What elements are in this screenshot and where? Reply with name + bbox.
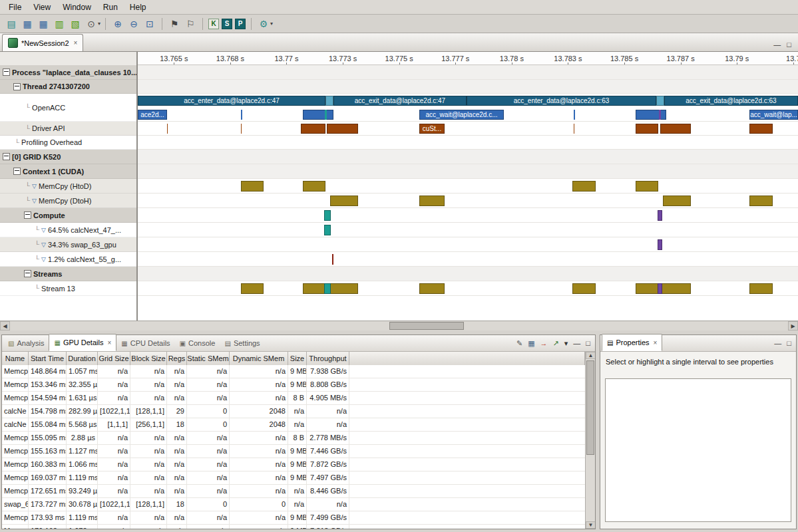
timeline-row-kernel-swap-63[interactable]: [138, 237, 798, 252]
timeline-bar[interactable]: [658, 239, 662, 250]
column-header-start-time[interactable]: Start Time: [29, 352, 67, 365]
timeline-bar[interactable]: [325, 96, 333, 106]
timeline-bar[interactable]: [303, 110, 333, 120]
timeline-bar[interactable]: [324, 225, 331, 235]
timeline-row-openacc[interactable]: acc_enter_data@laplace2d.c:47acc_exit_da…: [138, 94, 798, 122]
timeline-bar[interactable]: acc_exit_data@laplace2d.c:47: [333, 96, 467, 106]
timeline-bar[interactable]: [663, 196, 691, 206]
prev-marker-icon[interactable]: ⚐: [183, 17, 198, 31]
table-row[interactable]: Memcp160.383 ms1.066 msn/an/an/an/an/a9 …: [2, 458, 585, 471]
save-session-icon[interactable]: ▦: [20, 17, 35, 31]
minimize-icon[interactable]: —: [774, 339, 781, 347]
timeline-row-memcpy-dtoh[interactable]: [138, 194, 798, 208]
report-icon[interactable]: ▥: [52, 17, 67, 31]
timeline-row-driver-api[interactable]: cuSt...: [138, 122, 798, 136]
timeline-bar[interactable]: [241, 124, 242, 134]
collapse-icon[interactable]: [13, 168, 21, 175]
collapse-icon[interactable]: [3, 153, 10, 160]
table-row[interactable]: Memcp153.346 ms32.355 µsn/an/an/an/an/a9…: [2, 378, 585, 392]
timeline-bar[interactable]: [749, 196, 773, 206]
tab-analysis[interactable]: ▧Analysis: [3, 335, 49, 351]
column-header-duration[interactable]: Duration: [67, 352, 98, 365]
columns-icon[interactable]: ▦: [528, 339, 534, 348]
dropdown-icon[interactable]: ▾: [98, 21, 100, 27]
scroll-down-icon[interactable]: ▼: [586, 521, 595, 529]
table-vscrollbar[interactable]: ▲ ▼: [585, 352, 595, 529]
column-header-dynamic-smem[interactable]: Dynamic SMem: [230, 352, 288, 365]
tab-console[interactable]: ▣Console: [175, 335, 220, 351]
new-session-icon[interactable]: ▤: [4, 17, 19, 31]
timeline-bar[interactable]: [167, 124, 168, 134]
hscroll-thumb[interactable]: [389, 322, 464, 330]
annotate-icon[interactable]: ✎: [516, 339, 522, 348]
timeline-bar[interactable]: acc_exit_data@laplace2d.c:63: [664, 96, 798, 106]
column-header-block-size[interactable]: Block Size: [130, 352, 167, 365]
timeline-bar[interactable]: [659, 110, 661, 120]
compare-icon[interactable]: ▧: [68, 17, 83, 31]
timeline-bar[interactable]: [241, 110, 242, 120]
timeline-bar[interactable]: [636, 124, 658, 134]
timeline-bar[interactable]: acc_wait@laplace2d.c...: [419, 110, 504, 120]
dropdown-icon[interactable]: ▾: [270, 21, 273, 27]
scroll-right-icon[interactable]: ▶: [788, 321, 798, 331]
export-icon[interactable]: ↗: [553, 339, 559, 348]
minimize-icon[interactable]: —: [573, 339, 580, 347]
scroll-up-icon[interactable]: ▲: [586, 352, 595, 359]
timeline-bar[interactable]: [324, 210, 331, 221]
column-header-throughput[interactable]: Throughput: [307, 352, 349, 365]
timeline-bar[interactable]: acc_enter_data@laplace2d.c:63: [467, 96, 656, 106]
timeline-bar[interactable]: [658, 283, 662, 294]
timeline-bar[interactable]: ace2d...: [138, 110, 167, 120]
save-all-icon[interactable]: ▦: [36, 17, 51, 31]
zoom-in-icon[interactable]: ⊕: [110, 17, 125, 31]
tree-row-kernel-swap-63[interactable]: └▽34.3% swap_63_gpu: [0, 237, 136, 252]
tab-cpu-details[interactable]: ▦CPU Details: [116, 335, 174, 351]
timeline-bar[interactable]: [241, 283, 264, 294]
table-row[interactable]: calcNe154.798 ms282.99 µs[1022,1,1][128,…: [2, 405, 585, 418]
tree-row-stream-13[interactable]: └Stream 13: [0, 281, 136, 296]
timeline-row-memcpy-htod[interactable]: [138, 179, 798, 194]
table-row[interactable]: calcNe155.084 ms5.568 µs[1,1,1][256,1,1]…: [2, 418, 585, 432]
close-icon[interactable]: ×: [74, 39, 78, 47]
timeline-bar[interactable]: [241, 181, 264, 192]
menu-item-file[interactable]: File: [3, 1, 27, 13]
analysis-icon[interactable]: ⚙: [256, 17, 271, 31]
column-header-grid-size[interactable]: Grid Size: [98, 352, 130, 365]
menu-item-help[interactable]: Help: [124, 1, 152, 13]
timeline-bar[interactable]: acc_wait@lap...: [749, 110, 798, 120]
timeline-row-profiling-overhead[interactable]: [138, 136, 798, 150]
vscroll-track[interactable]: [586, 359, 595, 521]
menu-item-window[interactable]: Window: [57, 1, 97, 13]
search-icon[interactable]: ⊙: [84, 17, 99, 31]
menu-item-view[interactable]: View: [27, 1, 57, 13]
tab-properties[interactable]: ▤ Properties ×: [602, 334, 662, 351]
tab-gpu-details[interactable]: ▦GPU Details×: [49, 334, 116, 351]
tree-row-openacc[interactable]: └OpenACC: [0, 94, 136, 122]
sync-arrow-icon[interactable]: →: [540, 339, 548, 347]
timeline-bar[interactable]: [325, 110, 327, 120]
timeline-bar[interactable]: acc_enter_data@laplace2d.c:47: [138, 96, 325, 106]
zoom-out-icon[interactable]: ⊖: [126, 17, 141, 31]
menu-item-run[interactable]: Run: [97, 1, 124, 13]
close-icon[interactable]: ×: [654, 339, 658, 346]
timeline-row-context-1-cuda[interactable]: [138, 164, 798, 179]
timeline-bar[interactable]: [419, 283, 445, 294]
timeline-bar[interactable]: [658, 210, 662, 221]
timeline-bar[interactable]: [572, 181, 596, 192]
timeline-row-stream-13[interactable]: [138, 281, 798, 296]
stream-toggle-icon[interactable]: S: [222, 19, 232, 29]
tree-row-profiling-overhead[interactable]: └Profiling Overhead: [0, 136, 136, 150]
timeline-bar[interactable]: [301, 124, 325, 134]
tree-row-driver-api[interactable]: └Driver API: [0, 122, 136, 136]
timeline-lanes[interactable]: acc_enter_data@laplace2d.c:47acc_exit_da…: [138, 65, 798, 321]
zoom-fit-icon[interactable]: ⊡: [142, 17, 157, 31]
timeline-row-kernel-calcnext-55[interactable]: [138, 252, 798, 267]
timeline-bar[interactable]: cuSt...: [419, 124, 445, 134]
collapse-icon[interactable]: [24, 270, 31, 277]
timeline-bar[interactable]: [572, 283, 596, 294]
table-row[interactable]: Memcp173.93 ms1.119 msn/an/an/an/an/a9 M…: [2, 511, 585, 525]
collapse-icon[interactable]: [3, 68, 10, 76]
table-row[interactable]: Memcp169.037 ms1.119 msn/an/an/an/an/a9 …: [2, 471, 585, 485]
timeline-bar[interactable]: [303, 181, 325, 192]
tree-row-compute[interactable]: Compute: [0, 208, 136, 223]
